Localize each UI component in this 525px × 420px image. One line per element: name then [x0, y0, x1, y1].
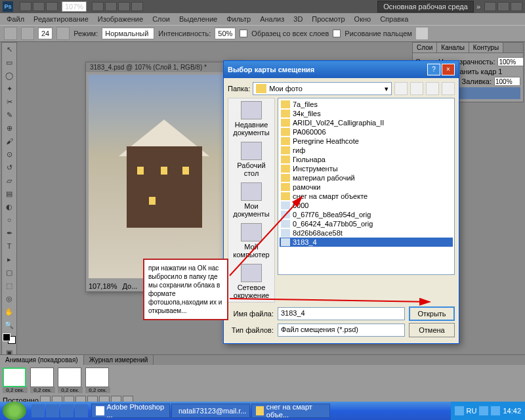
menu-analysis[interactable]: Анализ [256, 14, 288, 24]
color-swatches[interactable] [3, 333, 16, 344]
tab-animation[interactable]: Анимация (покадровая) [0, 355, 84, 365]
tray-lang[interactable]: RU [467, 407, 477, 415]
move-tool[interactable]: ↖ [2, 43, 16, 56]
place-network[interactable]: Сетевое окружение [231, 264, 272, 299]
canvas[interactable] [89, 75, 240, 278]
fill-field[interactable] [494, 77, 520, 86]
back-button[interactable] [394, 82, 408, 95]
3d-camera-tool[interactable]: ◎ [2, 292, 16, 305]
list-item[interactable]: снег на смарт объекте [280, 192, 453, 201]
list-item[interactable]: ARIDI_Vol24_Calligraphia_II [280, 118, 453, 127]
menu-3d[interactable]: 3D [289, 14, 306, 24]
rotate-view-icon[interactable] [105, 2, 117, 11]
bridge-icon[interactable] [20, 2, 32, 11]
taskbar-task-photoshop[interactable]: Adobe Photoshop ... [91, 404, 170, 418]
intensity-field[interactable]: 50% [215, 28, 236, 39]
eyedropper-tool[interactable]: ✎ [2, 108, 16, 121]
menu-select[interactable]: Выделение [175, 14, 221, 24]
menu-image[interactable]: Изображение [94, 14, 147, 24]
tab-paths[interactable]: Контуры [469, 43, 503, 52]
hand-tool-icon[interactable] [92, 2, 104, 11]
taskbar-task-folder[interactable]: снег на смарт объе... [251, 404, 330, 418]
frame-2[interactable]: 0,2 сек. [30, 368, 55, 393]
tray-icon[interactable] [479, 406, 488, 415]
shape-tool[interactable]: ▢ [2, 266, 16, 279]
document-title[interactable]: 3183_4.psd @ 107% (Слой 1, RGB/8) * [86, 62, 242, 72]
history-brush-tool[interactable]: ↺ [2, 161, 16, 174]
frame-4[interactable]: 0,2 сек. [85, 368, 110, 393]
pen-tool[interactable]: ✒ [2, 226, 16, 240]
stamp-tool[interactable]: ⊙ [2, 148, 16, 161]
list-item[interactable]: Гюльнара [280, 155, 453, 164]
list-item[interactable]: 0000 [280, 201, 453, 210]
status-zoom[interactable]: 107,18% [89, 282, 117, 290]
ql-icon[interactable] [46, 404, 59, 417]
list-item[interactable]: рамочки [280, 182, 453, 192]
menu-view[interactable]: Просмотр [308, 14, 348, 24]
finger-paint-checkbox[interactable] [333, 30, 341, 37]
gradient-tool[interactable]: ▤ [2, 187, 16, 200]
list-item[interactable]: 0_66424_4a77bb05_orig [280, 219, 453, 228]
close-button[interactable] [511, 2, 522, 11]
wand-tool[interactable]: ✦ [2, 82, 16, 95]
menu-edit[interactable]: Редактирование [30, 14, 93, 24]
minimize-button[interactable] [484, 2, 496, 11]
status-doc[interactable]: До... [122, 282, 137, 290]
ql-icon[interactable] [60, 404, 74, 417]
sample-all-checkbox[interactable] [240, 30, 247, 37]
list-item[interactable]: 7a_files [280, 100, 453, 109]
place-desktop[interactable]: Рабочий стол [231, 142, 272, 177]
frame-3[interactable]: 0,2 сек. [58, 368, 83, 393]
zoom-field[interactable]: 107% [62, 1, 87, 12]
ql-icon[interactable] [32, 404, 45, 417]
place-mycomp[interactable]: Мой компьютер [231, 223, 272, 259]
tray-clock[interactable]: 14:42 [503, 407, 521, 415]
dialog-close-button[interactable]: × [442, 64, 455, 75]
new-folder-button[interactable] [426, 82, 439, 95]
menu-file[interactable]: Файл [3, 14, 28, 24]
menu-window[interactable]: Окно [350, 14, 375, 24]
up-button[interactable] [410, 82, 423, 95]
list-item[interactable]: Peregrine Heathcote [280, 136, 453, 146]
list-item[interactable]: 8d26b68ace58t [280, 228, 453, 238]
place-mydocs[interactable]: Мои документы [231, 182, 272, 218]
opacity-field[interactable] [497, 57, 524, 66]
tray-icon[interactable] [491, 406, 500, 415]
tab-channels[interactable]: Каналы [437, 43, 469, 52]
screen-mode-icon[interactable] [131, 2, 143, 11]
brush-tool[interactable]: 🖌 [2, 135, 16, 148]
smudge-tool[interactable]: ◐ [2, 200, 16, 213]
taskbar-task-browser[interactable]: natali73123@mail.r... [171, 404, 250, 418]
ql-icon[interactable] [75, 404, 88, 417]
mode-select[interactable]: Нормальный [102, 28, 154, 39]
chevron-right-icon[interactable]: » [476, 3, 480, 10]
path-select-tool[interactable]: ▸ [2, 253, 16, 266]
lasso-tool[interactable]: ◯ [2, 69, 16, 82]
filetype-combo[interactable]: Файл смещения (*.psd) [278, 324, 405, 337]
maximize-button[interactable] [497, 2, 509, 11]
tab-layers[interactable]: Слои [413, 43, 437, 52]
dialog-titlebar[interactable]: Выбор карты смещения ? × [224, 61, 459, 78]
smudge-tool-icon[interactable] [4, 27, 17, 40]
cancel-button[interactable]: Отмена [409, 323, 455, 337]
brush-panel-icon[interactable] [56, 27, 70, 40]
file-list[interactable]: 7a_files 34к_files ARIDI_Vol24_Calligrap… [278, 98, 455, 275]
hand-tool[interactable]: ✋ [2, 305, 16, 318]
eraser-tool[interactable]: ▱ [2, 174, 16, 187]
brush-size-field[interactable]: 24 [38, 28, 52, 39]
list-item-selected[interactable]: 3183_4 [280, 238, 453, 247]
list-item[interactable]: PA060006 [280, 127, 453, 136]
menu-filter[interactable]: Фильтр [222, 14, 255, 24]
open-button[interactable]: Открыть [409, 306, 455, 321]
list-item[interactable]: 0_67f76_b8ea954d_orig [280, 210, 453, 219]
folder-combo[interactable]: Мои фото ▾ [253, 82, 392, 95]
view-extras-icon[interactable] [46, 2, 58, 11]
menu-help[interactable]: Справка [376, 14, 412, 24]
dodge-tool[interactable]: ○ [2, 213, 16, 226]
mini-bridge-icon[interactable] [33, 2, 45, 11]
marquee-tool[interactable]: ▭ [2, 56, 16, 69]
heal-tool[interactable]: ⊕ [2, 121, 16, 135]
list-item[interactable]: материал рабочий [280, 173, 453, 182]
start-button[interactable] [3, 402, 26, 420]
menu-layers[interactable]: Слои [148, 14, 174, 24]
